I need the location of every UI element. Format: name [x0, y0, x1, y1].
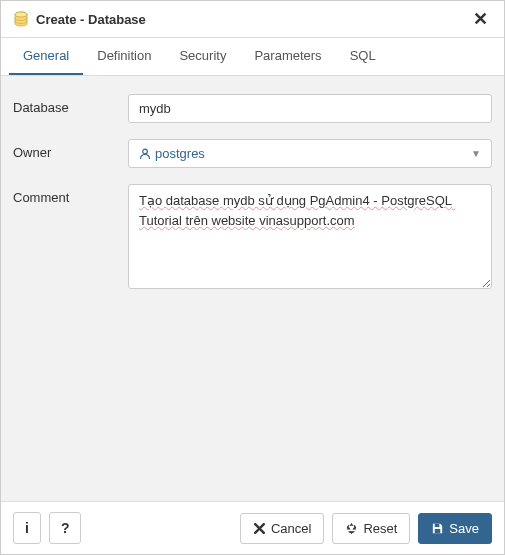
dialog-content: Database Owner postgres ▼	[1, 76, 504, 501]
database-label: Database	[13, 94, 128, 115]
owner-row: Owner postgres ▼	[13, 139, 492, 168]
tab-general[interactable]: General	[9, 38, 83, 75]
reset-label: Reset	[363, 521, 397, 536]
svg-rect-4	[435, 528, 441, 532]
comment-control	[128, 184, 492, 292]
x-icon	[253, 522, 266, 535]
database-row: Database	[13, 94, 492, 123]
dialog-header: Create - Database ✕	[1, 1, 504, 38]
help-button[interactable]: ?	[49, 512, 82, 544]
header-left: Create - Database	[13, 11, 146, 27]
cancel-label: Cancel	[271, 521, 311, 536]
comment-row: Comment	[13, 184, 492, 292]
reset-button[interactable]: Reset	[332, 513, 410, 544]
footer-right: Cancel Reset Save	[240, 513, 492, 544]
help-icon: ?	[61, 520, 70, 536]
create-database-dialog: Create - Database ✕ General Definition S…	[0, 0, 505, 555]
comment-textarea[interactable]	[128, 184, 492, 289]
save-icon	[431, 522, 444, 535]
owner-select[interactable]: postgres ▼	[128, 139, 492, 168]
database-input[interactable]	[128, 94, 492, 123]
cancel-button[interactable]: Cancel	[240, 513, 324, 544]
dialog-title: Create - Database	[36, 12, 146, 27]
info-icon: i	[25, 520, 29, 536]
tab-sql[interactable]: SQL	[336, 38, 390, 75]
user-icon	[139, 148, 151, 160]
comment-label: Comment	[13, 184, 128, 205]
owner-label: Owner	[13, 139, 128, 160]
svg-rect-3	[435, 523, 440, 526]
tab-definition[interactable]: Definition	[83, 38, 165, 75]
save-label: Save	[449, 521, 479, 536]
svg-point-1	[15, 12, 27, 17]
close-icon: ✕	[473, 9, 488, 29]
tabs-bar: General Definition Security Parameters S…	[1, 38, 504, 76]
close-button[interactable]: ✕	[469, 8, 492, 30]
tab-security[interactable]: Security	[165, 38, 240, 75]
owner-value-text: postgres	[155, 146, 205, 161]
owner-select-value: postgres	[139, 146, 471, 161]
info-button[interactable]: i	[13, 512, 41, 544]
save-button[interactable]: Save	[418, 513, 492, 544]
database-control	[128, 94, 492, 123]
recycle-icon	[345, 522, 358, 535]
database-icon	[13, 11, 29, 27]
svg-point-2	[143, 149, 148, 154]
footer-left: i ?	[13, 512, 81, 544]
dialog-footer: i ? Cancel Reset	[1, 501, 504, 554]
chevron-down-icon: ▼	[471, 148, 481, 159]
owner-control: postgres ▼	[128, 139, 492, 168]
tab-parameters[interactable]: Parameters	[240, 38, 335, 75]
